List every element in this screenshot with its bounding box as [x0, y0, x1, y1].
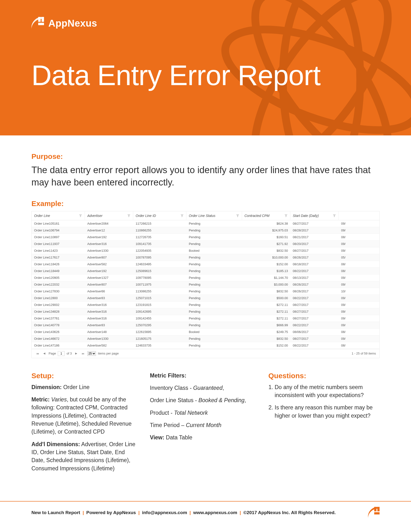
grid-column-header[interactable]: Order Line	[32, 211, 85, 220]
filter-icon[interactable]	[236, 214, 239, 217]
pager-last-icon[interactable]: ⏭	[81, 351, 85, 356]
page-title: Data Entry Error Report	[31, 61, 380, 90]
svg-rect-5	[42, 17, 44, 22]
table-cell: 09/	[339, 322, 358, 328]
view-value: Data Table	[166, 434, 192, 441]
column-header-label: Order Line	[34, 214, 50, 218]
table-cell: 109141735	[133, 241, 187, 247]
svg-rect-9	[374, 512, 380, 514]
filter-icon[interactable]	[180, 214, 184, 217]
table-row[interactable]: Order Line106794Advertiser12110866255Pen…	[32, 227, 379, 234]
grid-column-header[interactable]: Contracted CPM	[242, 211, 290, 220]
question-item: Is there any reason this number may be h…	[275, 404, 384, 420]
pager-per-page-select[interactable]: 25	[87, 351, 96, 356]
table-cell: Pending	[187, 288, 242, 294]
table-row[interactable]: Order Line12800Advertiser83125071015Pend…	[32, 295, 379, 302]
table-cell: Advertiser316	[85, 302, 133, 308]
table-cell: 109142455	[133, 315, 187, 322]
grid-column-header[interactable]: Advertiser	[85, 211, 133, 220]
table-cell: Pending	[187, 315, 242, 322]
table-cell: $1,144.70	[242, 275, 290, 281]
table-cell: 09/	[339, 220, 358, 227]
column-header-label: Advertiser	[87, 214, 103, 218]
table-row[interactable]: Order Line111937Advertiser316109141735Pe…	[32, 241, 379, 247]
table-cell: Order Line106794	[32, 227, 85, 234]
table-cell: Pending	[187, 234, 242, 240]
table-cell: Advertiser83	[85, 295, 133, 301]
grid-column-header[interactable]: Start Date (Daily)	[290, 211, 339, 220]
table-row[interactable]: Order Line120905Advertiser1327109778095P…	[32, 275, 379, 281]
table-cell: Advertiser316	[85, 315, 133, 322]
table-cell: Advertiser316	[85, 308, 133, 315]
table-cell: Advertiser192	[85, 234, 133, 240]
pager-page-input[interactable]	[58, 351, 65, 356]
table-cell: Order Line12800	[32, 295, 85, 301]
table-cell: $272.11	[242, 302, 290, 308]
table-cell: 08/22/2017	[290, 342, 339, 349]
filter-icon[interactable]	[79, 214, 82, 217]
table-row[interactable]: Order Line147186Advertiser582124633735Pe…	[32, 342, 379, 349]
table-cell: 110866255	[133, 227, 187, 234]
table-cell: Order Line118426	[32, 261, 85, 267]
table-cell: 125089615	[133, 268, 187, 274]
footer-part: New to Launch Report	[31, 510, 80, 515]
table-cell: Pending	[187, 227, 242, 234]
svg-rect-7	[374, 507, 376, 511]
table-row[interactable]: Order Line143626Advertiser148122615695Bo…	[32, 329, 379, 335]
table-cell: 05/	[339, 254, 358, 261]
table-row[interactable]: Order Line11423Advertiser1330122054935Bo…	[32, 247, 379, 254]
table-cell: 08/21/2017	[290, 234, 339, 240]
table-row[interactable]: Order Line140778Advertiser83125070295Pen…	[32, 322, 379, 329]
footer-part: info@appnexus.com	[142, 510, 187, 515]
table-cell: 122615695	[133, 329, 187, 335]
table-cell: Advertiser582	[85, 342, 133, 349]
pager-range: 1 - 25 of 59 items	[352, 352, 376, 355]
table-cell: Order Line117617	[32, 254, 85, 261]
table-cell: 09/	[339, 308, 358, 315]
table-cell: 09/	[339, 275, 358, 281]
pager-next-icon[interactable]: ▶	[74, 351, 79, 356]
filter-icon[interactable]	[284, 214, 288, 217]
table-cell: 08/22/2017	[290, 295, 339, 301]
table-cell: Pending	[187, 275, 242, 281]
inventory-class-value: Guaranteed	[193, 385, 223, 391]
table-row[interactable]: Order Line110897Advertiser192112726735Pe…	[32, 234, 379, 241]
table-row[interactable]: Order Line127830Advertiser66113086255Pen…	[32, 288, 379, 295]
table-cell: Booked	[187, 329, 242, 335]
table-cell: 123191815	[133, 302, 187, 308]
grid-column-header[interactable]: Order Line ID	[133, 211, 187, 220]
metric-filters-label: Metric Filters:	[150, 372, 256, 380]
brand-name: AppNexus	[48, 18, 97, 29]
purpose-label: Purpose:	[31, 152, 380, 161]
table-cell: 100787095	[133, 254, 187, 261]
pager-first-icon[interactable]: ⏮	[35, 351, 40, 356]
column-header-label: Start Date (Daily)	[293, 214, 319, 218]
table-cell: Pending	[187, 342, 242, 349]
table-cell: 109778095	[133, 275, 187, 281]
table-row[interactable]: Order Line117617Advertiser807100787095Pe…	[32, 254, 379, 261]
table-row[interactable]: Order Line129002Advertiser316123191815Pe…	[32, 302, 379, 308]
table-row[interactable]: Order Line146672Advertiser1330121605175P…	[32, 335, 379, 342]
table-cell: 08/27/2017	[290, 247, 339, 254]
table-cell: 09/	[339, 335, 358, 342]
filter-icon[interactable]	[127, 214, 131, 217]
addl-dimensions-label: Add'l Dimensions:	[31, 441, 80, 447]
grid-column-header[interactable]	[339, 211, 358, 220]
table-row[interactable]: Order Line137761Advertiser316109142455Pe…	[32, 315, 379, 322]
questions-label: Questions:	[268, 372, 384, 380]
table-row[interactable]: Order Line118426Advertiser582124633495Pe…	[32, 261, 379, 268]
table-cell: Order Line118449	[32, 268, 85, 274]
filter-icon[interactable]	[333, 214, 336, 217]
footer-part: www.appnexus.com	[193, 510, 237, 515]
table-row[interactable]: Order Line134828Advertiser316109142695Pe…	[32, 308, 379, 315]
table-row[interactable]: Order Line118449Advertiser192125089615Pe…	[32, 268, 379, 275]
table-cell: Advertiser66	[85, 288, 133, 294]
table-row[interactable]: Order Line122032Advertiser807100711975Pe…	[32, 281, 379, 288]
table-row[interactable]: Order Line105161Advertiser2064117266215P…	[32, 220, 379, 227]
table-cell: Order Line120905	[32, 275, 85, 281]
grid-column-header[interactable]: Order Line Status	[187, 211, 242, 220]
pager-prev-icon[interactable]: ◀	[42, 351, 47, 356]
example-data-grid: Order LineAdvertiserOrder Line IDOrder L…	[31, 211, 380, 358]
table-cell: Advertiser807	[85, 281, 133, 288]
table-cell: 08/	[339, 329, 358, 335]
